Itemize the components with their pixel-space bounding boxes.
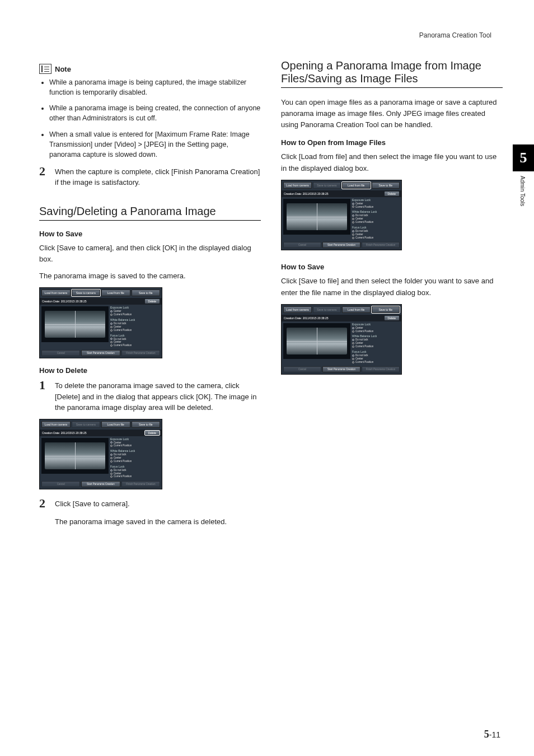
section-saving-deleting: Saving/Deleting a Panorama Image: [39, 205, 261, 221]
how-to-save-heading: How to Save: [281, 263, 503, 271]
shot-delete: Delete: [145, 431, 160, 435]
shot-opt: Current Position: [355, 330, 373, 333]
note-icon: [39, 64, 51, 74]
screenshot-save-file: Load from camera Save to camera Load fro…: [281, 304, 402, 375]
shot-wb-lock: White Balance Lock: [110, 318, 160, 321]
body-text: The panorama image saved in the camera i…: [55, 516, 261, 528]
shot-btn-load-camera: Load from camera: [283, 306, 312, 313]
shot-btn-save-file: Save to file: [372, 182, 400, 189]
shot-date: Creation Date: 2011/03/15 20:38:25: [284, 192, 329, 195]
shot-opt: Current Position: [355, 206, 373, 209]
screenshot-load-file: Load from camera Save to camera Load fro…: [281, 180, 402, 251]
shot-wb-lock: White Balance Lock: [352, 334, 400, 338]
note-bullet: While a panorama image is being captured…: [49, 77, 261, 97]
shot-delete: Delete: [385, 192, 399, 196]
page-footer: 5-11: [484, 729, 500, 740]
shot-focus-lock: Focus Lock: [352, 226, 400, 229]
shot-btn-load-file: Load from file: [342, 306, 371, 313]
shot-delete: Delete: [145, 299, 160, 304]
shot-btn-load-file: Load from file: [342, 182, 371, 189]
shot-opt: Current Position: [114, 344, 132, 347]
how-to-delete-heading: How to Delete: [39, 366, 261, 375]
chapter-tab: 5 Admin Tools: [513, 144, 534, 256]
note-bullet: While a panorama image is being created,…: [49, 103, 261, 123]
shot-btn-save-file: Save to file: [372, 306, 400, 313]
step-number: 1: [39, 379, 49, 413]
shot-exposure-lock: Exposure Lock: [352, 323, 400, 326]
shot-opt: Current Position: [355, 221, 373, 224]
shot-btn-load-camera: Load from camera: [41, 290, 71, 296]
section-opening-saving: Opening a Panorama Image from Image File…: [281, 59, 503, 88]
shot-btn-load-file: Load from file: [101, 421, 130, 428]
footer-chapter: 5: [484, 729, 489, 740]
step-text: To delete the panorama image saved to th…: [55, 379, 261, 413]
shot-btn-save-file: Save to file: [132, 421, 161, 428]
shot-btn-save-camera: Save to camera: [72, 290, 101, 296]
shot-opt: Current Position: [355, 345, 373, 348]
shot-opt: Current Position: [114, 329, 132, 332]
shot-start: Start Panorama Creation: [81, 350, 120, 356]
shot-opt: Current Position: [114, 460, 132, 463]
shot-opt: Current Position: [355, 236, 373, 240]
shot-btn-load-camera: Load from camera: [283, 182, 312, 189]
shot-btn-save-camera: Save to camera: [72, 421, 101, 428]
shot-finish: Finish Panorama Creation: [362, 366, 400, 372]
shot-btn-save-camera: Save to camera: [313, 306, 341, 313]
shot-start: Start Panorama Creation: [322, 366, 360, 372]
shot-date: Creation Date: 2011/03/15 20:38:25: [42, 300, 87, 303]
shot-exposure-lock: Exposure Lock: [352, 198, 400, 202]
shot-btn-save-file: Save to file: [132, 290, 161, 296]
how-to-save-heading: How to Save: [39, 230, 261, 238]
shot-cancel: Cancel: [283, 366, 321, 372]
shot-exposure-lock: Exposure Lock: [110, 306, 160, 309]
chapter-number: 5: [513, 144, 534, 171]
body-text: Click [Save to camera], and then click […: [39, 242, 261, 265]
shot-finish: Finish Panorama Creation: [362, 242, 400, 248]
step-text: Click [Save to camera].: [55, 498, 261, 510]
note-bullet: When a small value is entered for [Maxim…: [49, 129, 261, 160]
body-text: Click [Load from file] and then select t…: [281, 151, 503, 174]
shot-date: Creation Date: 2011/03/15 20:38:25: [42, 431, 87, 435]
shot-cancel: Cancel: [283, 242, 321, 248]
shot-cancel: Cancel: [41, 481, 80, 487]
footer-page: 11: [491, 730, 500, 739]
body-text: You can open image files as a panorama i…: [281, 97, 503, 130]
screenshot-delete: Load from camera Save to camera Load fro…: [39, 419, 162, 490]
shot-btn-load-camera: Load from camera: [41, 421, 71, 428]
how-to-open-heading: How to Open from Image Files: [281, 138, 503, 147]
shot-start: Start Panorama Creation: [81, 481, 120, 487]
step-number: 2: [39, 497, 49, 533]
shot-cancel: Cancel: [41, 350, 80, 356]
shot-finish: Finish Panorama Creation: [121, 481, 160, 487]
shot-wb-lock: White Balance Lock: [352, 210, 400, 213]
shot-finish: Finish Panorama Creation: [121, 350, 160, 356]
note-label: Note: [55, 65, 71, 73]
shot-opt: Current Position: [355, 361, 373, 364]
shot-date: Creation Date: 2011/03/15 20:38:25: [284, 316, 329, 320]
shot-opt: Current Position: [114, 313, 132, 316]
shot-opt: Current Position: [114, 444, 132, 447]
shot-btn-save-camera: Save to camera: [313, 182, 341, 189]
note-box: Note While a panorama image is being cap…: [39, 64, 261, 160]
shot-focus-lock: Focus Lock: [352, 350, 400, 353]
running-header: Panorama Creation Tool: [39, 31, 503, 39]
chapter-label: Admin Tools: [519, 171, 526, 206]
step-text: When the capture is complete, click [Fin…: [55, 165, 261, 188]
shot-opt: Current Position: [114, 475, 132, 478]
shot-btn-load-file: Load from file: [101, 290, 130, 296]
shot-focus-lock: Focus Lock: [110, 334, 160, 337]
screenshot-save: Load from camera Save to camera Load fro…: [39, 287, 162, 358]
step-number: 2: [39, 165, 49, 188]
shot-wb-lock: White Balance Lock: [110, 449, 160, 452]
body-text: The panorama image is saved to the camer…: [39, 270, 261, 282]
shot-delete: Delete: [385, 316, 399, 320]
shot-focus-lock: Focus Lock: [110, 465, 160, 468]
shot-start: Start Panorama Creation: [322, 242, 360, 248]
shot-exposure-lock: Exposure Lock: [110, 437, 160, 441]
body-text: Click [Save to file] and then select the…: [281, 276, 503, 298]
